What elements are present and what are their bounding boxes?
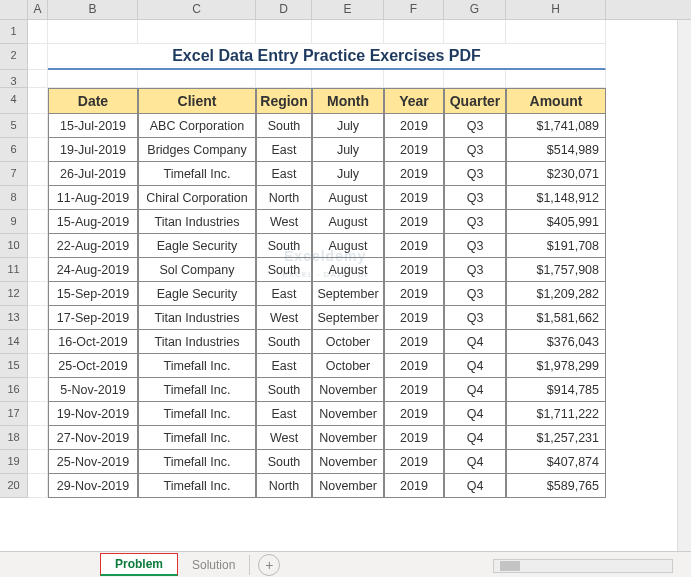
- cell-month[interactable]: October: [312, 354, 384, 378]
- cell-client[interactable]: ABC Corporation: [138, 114, 256, 138]
- cell-date[interactable]: 15-Aug-2019: [48, 210, 138, 234]
- cell-client[interactable]: Titan Industries: [138, 210, 256, 234]
- col-header-C[interactable]: C: [138, 0, 256, 19]
- cell-quarter[interactable]: Q3: [444, 114, 506, 138]
- cell-month[interactable]: August: [312, 210, 384, 234]
- cell-month[interactable]: October: [312, 330, 384, 354]
- cell-month[interactable]: September: [312, 306, 384, 330]
- col-header-A[interactable]: A: [28, 0, 48, 19]
- cell-date[interactable]: 15-Jul-2019: [48, 114, 138, 138]
- cell-client[interactable]: Chiral Corporation: [138, 186, 256, 210]
- cell-date[interactable]: 5-Nov-2019: [48, 378, 138, 402]
- cell-year[interactable]: 2019: [384, 402, 444, 426]
- cell-quarter[interactable]: Q3: [444, 234, 506, 258]
- cell-quarter[interactable]: Q4: [444, 426, 506, 450]
- sheet-area[interactable]: Excel Data Entry Practice Exercises PDF …: [28, 20, 606, 498]
- cell-month[interactable]: July: [312, 162, 384, 186]
- cell-date[interactable]: 17-Sep-2019: [48, 306, 138, 330]
- cell-year[interactable]: 2019: [384, 282, 444, 306]
- cell-month[interactable]: July: [312, 138, 384, 162]
- cell-year[interactable]: 2019: [384, 162, 444, 186]
- row-header-14[interactable]: 14: [0, 330, 28, 354]
- cell-amount[interactable]: $1,978,299: [506, 354, 606, 378]
- cell-quarter[interactable]: Q3: [444, 306, 506, 330]
- cell-amount[interactable]: $914,785: [506, 378, 606, 402]
- cell-region[interactable]: East: [256, 402, 312, 426]
- cell-amount[interactable]: $589,765: [506, 474, 606, 498]
- cell-year[interactable]: 2019: [384, 330, 444, 354]
- cell-quarter[interactable]: Q3: [444, 162, 506, 186]
- cell-date[interactable]: 24-Aug-2019: [48, 258, 138, 282]
- cell-amount[interactable]: $514,989: [506, 138, 606, 162]
- row-header-10[interactable]: 10: [0, 234, 28, 258]
- tab-problem[interactable]: Problem: [100, 553, 178, 576]
- cell-amount[interactable]: $1,209,282: [506, 282, 606, 306]
- cell-region[interactable]: East: [256, 354, 312, 378]
- cell-amount[interactable]: $191,708: [506, 234, 606, 258]
- cell-region[interactable]: West: [256, 306, 312, 330]
- horizontal-scrollbar[interactable]: [493, 559, 673, 573]
- cell-quarter[interactable]: Q3: [444, 258, 506, 282]
- cell-amount[interactable]: $376,043: [506, 330, 606, 354]
- row-header-12[interactable]: 12: [0, 282, 28, 306]
- row-header-4[interactable]: 4: [0, 88, 28, 114]
- cell-quarter[interactable]: Q3: [444, 282, 506, 306]
- select-all-corner[interactable]: [0, 0, 28, 19]
- cell-year[interactable]: 2019: [384, 378, 444, 402]
- cell-year[interactable]: 2019: [384, 258, 444, 282]
- cell-year[interactable]: 2019: [384, 450, 444, 474]
- cell-date[interactable]: 16-Oct-2019: [48, 330, 138, 354]
- cell-month[interactable]: July: [312, 114, 384, 138]
- cell-region[interactable]: West: [256, 210, 312, 234]
- row-header-9[interactable]: 9: [0, 210, 28, 234]
- cell-region[interactable]: South: [256, 450, 312, 474]
- row-header-17[interactable]: 17: [0, 402, 28, 426]
- cell-client[interactable]: Timefall Inc.: [138, 426, 256, 450]
- cell-amount[interactable]: $1,741,089: [506, 114, 606, 138]
- cell-region[interactable]: North: [256, 474, 312, 498]
- cell-quarter[interactable]: Q3: [444, 138, 506, 162]
- row-header-20[interactable]: 20: [0, 474, 28, 498]
- cell-quarter[interactable]: Q4: [444, 474, 506, 498]
- row-header-6[interactable]: 6: [0, 138, 28, 162]
- cell-client[interactable]: Timefall Inc.: [138, 354, 256, 378]
- cell-amount[interactable]: $407,874: [506, 450, 606, 474]
- cell-date[interactable]: 25-Nov-2019: [48, 450, 138, 474]
- cell-year[interactable]: 2019: [384, 354, 444, 378]
- cell-quarter[interactable]: Q4: [444, 354, 506, 378]
- cell-client[interactable]: Titan Industries: [138, 330, 256, 354]
- cell-month[interactable]: November: [312, 378, 384, 402]
- cell-amount[interactable]: $1,257,231: [506, 426, 606, 450]
- row-header-3[interactable]: 3: [0, 70, 28, 88]
- cell-date[interactable]: 19-Nov-2019: [48, 402, 138, 426]
- row-header-1[interactable]: 1: [0, 20, 28, 44]
- cell-region[interactable]: East: [256, 282, 312, 306]
- cell-month[interactable]: August: [312, 258, 384, 282]
- cell-year[interactable]: 2019: [384, 234, 444, 258]
- row-header-18[interactable]: 18: [0, 426, 28, 450]
- col-header-F[interactable]: F: [384, 0, 444, 19]
- cell-month[interactable]: November: [312, 426, 384, 450]
- cell-month[interactable]: September: [312, 282, 384, 306]
- cell-year[interactable]: 2019: [384, 114, 444, 138]
- cell-amount[interactable]: $1,148,912: [506, 186, 606, 210]
- cell-region[interactable]: East: [256, 138, 312, 162]
- cell-month[interactable]: November: [312, 450, 384, 474]
- cell-client[interactable]: Timefall Inc.: [138, 450, 256, 474]
- row-header-19[interactable]: 19: [0, 450, 28, 474]
- col-header-H[interactable]: H: [506, 0, 606, 19]
- cell-amount[interactable]: $1,711,222: [506, 402, 606, 426]
- vertical-scrollbar[interactable]: [677, 20, 691, 551]
- cell-client[interactable]: Sol Company: [138, 258, 256, 282]
- tab-solution[interactable]: Solution: [178, 555, 250, 575]
- row-header-13[interactable]: 13: [0, 306, 28, 330]
- cell-quarter[interactable]: Q4: [444, 402, 506, 426]
- row-header-8[interactable]: 8: [0, 186, 28, 210]
- col-header-D[interactable]: D: [256, 0, 312, 19]
- new-sheet-button[interactable]: +: [258, 554, 280, 576]
- col-header-B[interactable]: B: [48, 0, 138, 19]
- cell-date[interactable]: 15-Sep-2019: [48, 282, 138, 306]
- cell-amount[interactable]: $230,071: [506, 162, 606, 186]
- cell-month[interactable]: November: [312, 402, 384, 426]
- cell-region[interactable]: North: [256, 186, 312, 210]
